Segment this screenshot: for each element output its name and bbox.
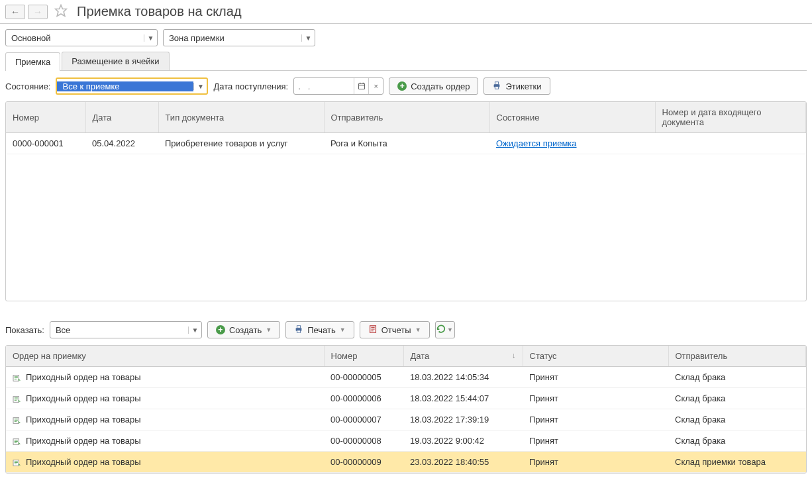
plus-icon: +: [397, 81, 407, 91]
svg-rect-32: [15, 461, 18, 462]
arrival-date-input[interactable]: ×: [293, 77, 383, 95]
svg-rect-16: [15, 376, 18, 377]
refresh-icon: [436, 325, 446, 336]
document-icon: [13, 457, 26, 467]
orders-table: Ордер на приемку Номер Дата↓ Статус Отпр…: [6, 346, 806, 473]
status-link[interactable]: Ожидается приемка: [496, 138, 577, 148]
svg-rect-17: [15, 378, 18, 378]
chevron-down-icon[interactable]: ▼: [188, 327, 201, 334]
chevron-down-icon[interactable]: ▼: [144, 34, 157, 42]
chevron-down-icon[interactable]: ▼: [193, 83, 207, 90]
svg-rect-10: [297, 330, 301, 332]
report-icon: [368, 325, 378, 336]
state-combo[interactable]: Все к приемке ▼: [56, 77, 208, 95]
sort-asc-icon: ↓: [512, 351, 516, 359]
favorite-icon[interactable]: [54, 4, 68, 19]
col-number[interactable]: Номер: [324, 346, 403, 367]
create-order-button[interactable]: + Создать ордер: [389, 77, 478, 95]
col-doctype[interactable]: Тип документа: [158, 102, 324, 133]
page-title: Приемка товаров на склад: [77, 4, 242, 19]
svg-rect-26: [15, 421, 17, 421]
show-combo[interactable]: Все ▼: [50, 321, 202, 338]
col-date[interactable]: Дата↓: [403, 346, 523, 367]
forward-button[interactable]: →: [28, 5, 48, 19]
col-date[interactable]: Дата: [85, 102, 158, 133]
svg-rect-21: [15, 399, 18, 399]
print-button[interactable]: Печать ▼: [285, 321, 354, 338]
labels-button[interactable]: Этикетки: [483, 77, 550, 95]
chevron-down-icon: ▼: [266, 327, 272, 333]
svg-rect-28: [15, 440, 18, 440]
svg-rect-22: [15, 399, 17, 400]
document-icon: [13, 372, 26, 382]
plus-icon: +: [216, 325, 225, 334]
print-icon: [492, 81, 501, 92]
create-button[interactable]: + Создать ▼: [207, 321, 280, 338]
svg-rect-7: [495, 86, 499, 89]
svg-rect-33: [15, 462, 18, 463]
document-icon: [13, 415, 26, 425]
warehouse-combo[interactable]: Основной ▼: [5, 29, 158, 46]
svg-rect-30: [15, 442, 17, 442]
clear-date-icon[interactable]: ×: [368, 78, 383, 94]
svg-rect-24: [15, 419, 18, 419]
col-sender[interactable]: Отправитель: [324, 102, 489, 133]
chevron-down-icon[interactable]: ▼: [301, 34, 315, 42]
svg-rect-1: [358, 83, 364, 89]
svg-rect-29: [15, 441, 18, 442]
back-button[interactable]: ←: [5, 5, 25, 19]
incoming-documents-table: Номер Дата Тип документа Отправитель Сос…: [6, 102, 806, 154]
col-number[interactable]: Номер: [6, 102, 85, 133]
show-label: Показать:: [5, 325, 44, 335]
col-status[interactable]: Статус: [523, 346, 668, 367]
chevron-down-icon: ▼: [340, 327, 346, 333]
svg-rect-9: [297, 325, 301, 328]
table-row[interactable]: Приходный ордер на товары00-0000000618.0…: [6, 388, 806, 409]
svg-marker-0: [56, 5, 67, 17]
table-row[interactable]: Приходный ордер на товары00-0000000819.0…: [6, 430, 806, 452]
date-field[interactable]: [294, 81, 354, 91]
table-row[interactable]: 0000-00000105.04.2022Приобретение товаро…: [6, 133, 806, 154]
svg-rect-25: [15, 420, 18, 421]
tab-receiving[interactable]: Приемка: [5, 52, 60, 71]
svg-rect-18: [15, 378, 17, 379]
refresh-button[interactable]: ▼: [435, 321, 455, 338]
chevron-down-icon: ▼: [447, 327, 453, 333]
reports-button[interactable]: Отчеты ▼: [360, 321, 430, 338]
table-row[interactable]: Приходный ордер на товары00-0000000923.0…: [6, 452, 806, 473]
arrival-date-label: Дата поступления:: [213, 81, 288, 91]
svg-rect-6: [495, 81, 499, 84]
chevron-down-icon: ▼: [415, 327, 421, 333]
col-order[interactable]: Ордер на приемку: [6, 346, 324, 367]
svg-rect-20: [15, 397, 18, 398]
col-sender[interactable]: Отправитель: [668, 346, 806, 367]
tab-placement[interactable]: Размещение в ячейки: [62, 52, 169, 70]
document-icon: [13, 436, 26, 446]
document-icon: [13, 393, 26, 403]
col-incoming[interactable]: Номер и дата входящего документа: [655, 102, 806, 133]
svg-rect-34: [15, 463, 17, 464]
col-state[interactable]: Состояние: [489, 102, 655, 133]
calendar-icon[interactable]: [354, 78, 368, 94]
print-icon: [294, 325, 303, 336]
table-row[interactable]: Приходный ордер на товары00-0000000518.0…: [6, 367, 806, 388]
zone-combo[interactable]: Зона приемки ▼: [163, 29, 315, 46]
state-label: Состояние:: [5, 81, 50, 91]
table-row[interactable]: Приходный ордер на товары00-0000000718.0…: [6, 409, 806, 430]
